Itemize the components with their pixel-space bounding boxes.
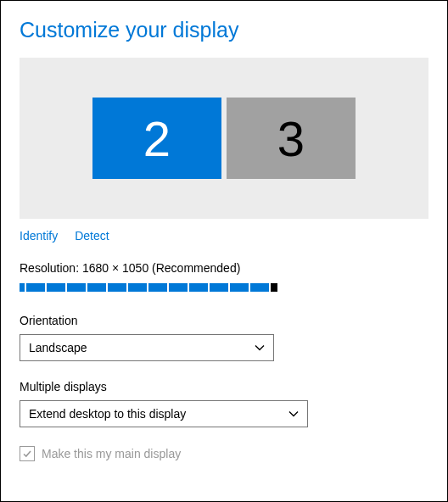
slider-segment bbox=[169, 283, 188, 292]
slider-segment bbox=[47, 283, 65, 292]
identify-link[interactable]: Identify bbox=[20, 229, 58, 243]
resolution-label: Resolution: 1680 × 1050 (Recommended) bbox=[20, 261, 428, 275]
multiple-displays-select[interactable]: Extend desktop to this display bbox=[20, 400, 308, 427]
orientation-select[interactable]: Landscape bbox=[20, 334, 274, 361]
slider-segment bbox=[210, 283, 228, 292]
multiple-displays-label: Multiple displays bbox=[20, 380, 428, 393]
slider-segment bbox=[108, 283, 126, 292]
slider-segment bbox=[148, 283, 167, 292]
main-display-checkbox[interactable] bbox=[20, 446, 35, 461]
monitor-tile-selected[interactable]: 2 bbox=[92, 98, 221, 179]
main-display-checkbox-row: Make this my main display bbox=[20, 446, 428, 461]
orientation-value: Landscape bbox=[29, 341, 87, 354]
slider-segment bbox=[230, 283, 249, 292]
monitor-tile-unselected[interactable]: 3 bbox=[227, 98, 356, 179]
slider-segment bbox=[87, 283, 106, 292]
resolution-slider[interactable] bbox=[20, 283, 428, 292]
checkmark-icon bbox=[22, 449, 32, 459]
page-title: Customize your display bbox=[20, 18, 428, 42]
chevron-down-icon bbox=[255, 343, 265, 353]
slider-segment bbox=[250, 283, 269, 292]
link-row: Identify Detect bbox=[20, 229, 428, 243]
multiple-displays-value: Extend desktop to this display bbox=[29, 407, 186, 421]
main-display-checkbox-label: Make this my main display bbox=[42, 447, 181, 460]
slider-segment bbox=[26, 283, 45, 292]
slider-segment bbox=[20, 283, 25, 292]
slider-thumb[interactable] bbox=[271, 283, 277, 292]
orientation-label: Orientation bbox=[20, 314, 428, 327]
slider-segment bbox=[67, 283, 86, 292]
display-preview-area: 2 3 bbox=[20, 58, 428, 219]
chevron-down-icon bbox=[288, 409, 299, 419]
slider-segment bbox=[128, 283, 147, 292]
detect-link[interactable]: Detect bbox=[75, 229, 109, 243]
slider-segment bbox=[189, 283, 208, 292]
